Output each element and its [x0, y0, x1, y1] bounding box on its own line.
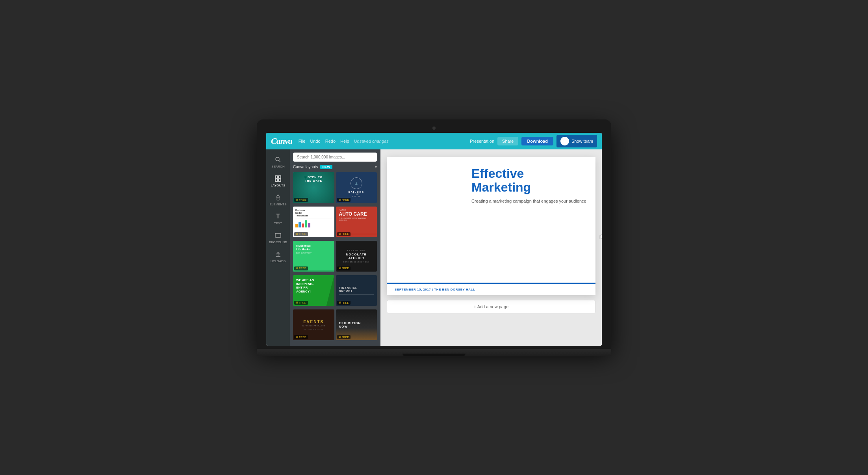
user-avatar — [560, 137, 569, 145]
topnav: Canva File Undo Redo Help Unsaved change… — [266, 133, 602, 149]
search-area — [290, 149, 380, 165]
app-body: SEARCH LAYOUTS — [266, 149, 602, 346]
slide-title-block: Effective Marketing Creating a marketing… — [471, 167, 588, 205]
free-badge-4: ♛ FREE — [337, 232, 351, 236]
slide-subtitle: Creating a marketing campaign that engag… — [471, 198, 588, 204]
slide-date: SEPTEMBER 15, 2017 | THE BEN DORSEY HALL — [395, 288, 588, 291]
free-badge-8: ♛ FREE — [337, 301, 351, 305]
camera — [432, 127, 436, 130]
uploads-icon — [274, 250, 282, 258]
template-card-7[interactable]: WE ARE ANINDEPEND-ENT PRAGENCY! ♛ FREE — [293, 275, 334, 306]
svg-rect-5 — [278, 179, 281, 181]
add-page-button[interactable]: + Add a new page — [387, 300, 595, 313]
free-badge-1: ♛ FREE — [294, 198, 308, 202]
svg-rect-2 — [275, 176, 278, 178]
share-button[interactable]: Share — [497, 137, 518, 145]
layouts-icon — [274, 175, 282, 183]
presentation-label: Presentation — [470, 139, 494, 143]
sidebar-bkground-label: BKGROUND — [269, 240, 287, 244]
template-card-10[interactable]: EXHIBITIONNOW ♛ FREE — [336, 309, 377, 340]
slide-title: Effective Marketing — [471, 167, 588, 194]
sidebar-text-label: TEXT — [274, 222, 282, 225]
template-card-1[interactable]: LISTEN TOTHE WAVE ♛ FREE — [293, 172, 334, 203]
sidebar-item-search[interactable]: SEARCH — [266, 153, 290, 171]
template-card-3[interactable]: BusinessModelThis Decade — [293, 207, 334, 237]
slide-content: Presentation Effective Market — [387, 157, 595, 283]
show-team-label: Show team — [571, 139, 593, 143]
download-button[interactable]: Download — [521, 137, 553, 145]
sidebar-item-elements[interactable]: ELEMENTS — [266, 190, 290, 209]
slide-title-line1: Effective — [471, 166, 524, 181]
svg-rect-4 — [275, 179, 278, 181]
slide-footer: SEPTEMBER 15, 2017 | THE BEN DORSEY HALL — [387, 283, 595, 295]
svg-rect-8 — [275, 233, 281, 237]
nav-undo[interactable]: Undo — [310, 139, 320, 143]
sidebar-uploads-label: UPLOADS — [271, 259, 286, 263]
search-input[interactable] — [293, 153, 377, 162]
template-card-8[interactable]: FINANCIALREPORT ♛ FREE — [336, 275, 377, 306]
svg-line-1 — [279, 160, 280, 162]
show-team-button[interactable]: Show team — [556, 135, 597, 147]
sidebar-item-uploads[interactable]: UPLOADS — [266, 247, 290, 265]
slide-text-area: Effective Marketing Creating a marketing… — [464, 157, 595, 283]
new-badge: NEW — [320, 165, 332, 169]
screen-bezel: Canva File Undo Redo Help Unsaved change… — [257, 119, 611, 349]
slide-title-line2: Marketing — [471, 180, 531, 194]
laptop-container: Canva File Undo Redo Help Unsaved change… — [257, 119, 611, 356]
filter-dropdown[interactable]: ▾ — [375, 165, 377, 169]
unsaved-indicator: Unsaved changes — [354, 139, 389, 143]
sidebar-search-label: SEARCH — [271, 165, 284, 168]
templates-grid: LISTEN TOTHE WAVE ♛ FREE — [290, 172, 380, 346]
svg-rect-12 — [601, 235, 602, 238]
canva-logo[interactable]: Canva — [271, 136, 292, 146]
template-card-2[interactable]: ⚓ SAILORS CLUB EST. 88 ♛ FREE — [336, 172, 377, 203]
screen: Canva File Undo Redo Help Unsaved change… — [266, 133, 602, 346]
svg-point-0 — [276, 157, 279, 161]
laptop-base — [257, 349, 611, 356]
nav-help[interactable]: Help — [340, 139, 349, 143]
free-badge-5: ♛ FREE — [294, 266, 308, 270]
search-icon — [274, 156, 282, 164]
svg-rect-3 — [278, 176, 281, 178]
filter-label: Canva layouts — [293, 165, 318, 169]
sidebar-layouts-label: LAYOUTS — [271, 184, 286, 187]
free-badge-6: ♛ FREE — [337, 266, 351, 270]
filter-row: Canva layouts NEW ▾ — [290, 165, 380, 172]
nav-redo[interactable]: Redo — [325, 139, 336, 143]
free-badge-9: ♛ FREE — [294, 335, 308, 339]
sidebar-item-text[interactable]: T TEXT — [266, 209, 290, 227]
template-card-5[interactable]: 5 EssentialLife Hacks FOR EVERYDAY ♛ FRE… — [293, 241, 334, 272]
sidebar-elements-label: ELEMENTS — [269, 203, 286, 206]
canvas-area[interactable]: Presentation Effective Market — [380, 149, 602, 346]
slide[interactable]: Presentation Effective Market — [387, 157, 595, 295]
nav-menu: File Undo Redo Help Unsaved changes — [299, 139, 470, 143]
background-icon — [274, 231, 282, 239]
sidebar: SEARCH LAYOUTS — [266, 149, 290, 346]
layouts-panel: Canva layouts NEW ▾ LISTEN TOTHE WAVE — [290, 149, 380, 346]
elements-icon — [274, 194, 282, 201]
template-card-9[interactable]: EVENTS CATERING PACKAGES SULLIVAN & SONS… — [293, 309, 334, 340]
template-card-6[interactable]: PRESENTING NOCOLATEATELIER ARTISAN CONFE… — [336, 241, 377, 272]
sidebar-item-background[interactable]: BKGROUND — [266, 228, 290, 246]
free-badge-3: ♛ FREE — [294, 232, 308, 236]
free-badge-10: ♛ FREE — [337, 335, 351, 339]
nav-file[interactable]: File — [299, 139, 306, 143]
app-container: Canva File Undo Redo Help Unsaved change… — [266, 133, 602, 346]
nav-right: Presentation Share Download Show team — [470, 135, 597, 147]
free-badge-2: ♛ FREE — [337, 198, 351, 202]
duplicate-icon[interactable] — [599, 234, 602, 241]
sidebar-item-layouts[interactable]: LAYOUTS — [266, 171, 290, 190]
template-card-4[interactable]: HAAGE AUTO CARE THE COMPLETE LIST OF AVA… — [336, 207, 377, 237]
free-badge-7: ♛ FREE — [294, 301, 308, 305]
text-icon: T — [274, 212, 282, 220]
